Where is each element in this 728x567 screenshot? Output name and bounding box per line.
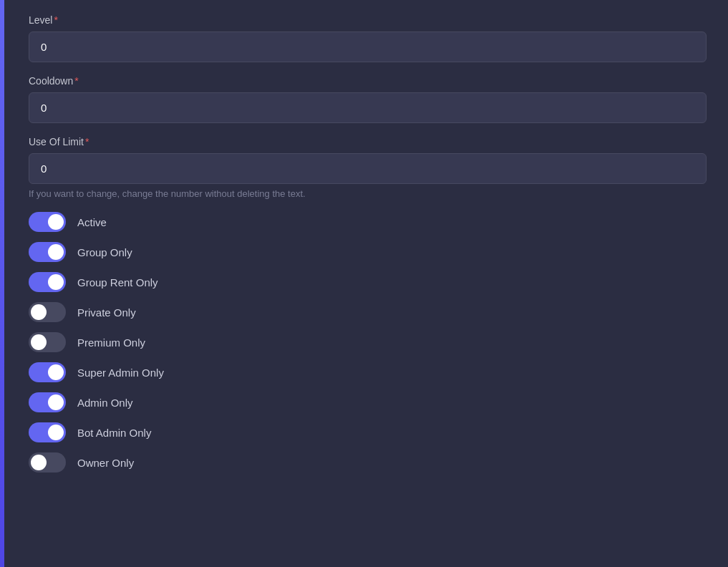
toggle-track-group-rent-only <box>29 272 66 292</box>
toggle-row-bot-admin-only: Bot Admin Only <box>29 422 707 442</box>
use-of-limit-required-star: * <box>85 136 89 147</box>
toggle-track-active <box>29 212 66 232</box>
toggle-row-group-rent-only: Group Rent Only <box>29 272 707 292</box>
use-of-limit-label: Use Of Limit* <box>29 136 707 147</box>
toggle-switch-premium-only[interactable] <box>29 332 66 352</box>
toggle-thumb-premium-only <box>31 334 47 350</box>
toggle-switch-group-only[interactable] <box>29 242 66 262</box>
cooldown-required-star: * <box>74 75 78 87</box>
toggle-row-active: Active <box>29 212 707 232</box>
use-of-limit-input[interactable] <box>29 153 707 184</box>
toggle-track-bot-admin-only <box>29 422 66 442</box>
toggle-label-admin-only: Admin Only <box>77 397 133 409</box>
toggle-switch-group-rent-only[interactable] <box>29 272 66 292</box>
cooldown-label-text: Cooldown <box>29 75 73 87</box>
use-of-limit-hint: If you want to change, change the number… <box>29 188 707 199</box>
level-field-group: Level* <box>29 14 707 62</box>
toggle-label-private-only: Private Only <box>77 306 136 319</box>
toggle-thumb-active <box>48 214 64 230</box>
toggle-label-group-only: Group Only <box>77 246 132 258</box>
toggle-thumb-bot-admin-only <box>48 425 64 440</box>
toggle-thumb-private-only <box>31 304 47 320</box>
toggle-track-super-admin-only <box>29 362 66 382</box>
toggle-track-owner-only <box>29 452 66 472</box>
toggle-label-owner-only: Owner Only <box>77 457 134 469</box>
toggle-track-private-only <box>29 302 66 322</box>
toggle-thumb-owner-only <box>31 455 47 470</box>
toggle-thumb-super-admin-only <box>48 364 64 380</box>
main-content: Level* Cooldown* Use Of Limit* If you wa… <box>0 0 728 497</box>
toggle-track-group-only <box>29 242 66 262</box>
toggle-switch-admin-only[interactable] <box>29 392 66 412</box>
cooldown-input[interactable] <box>29 92 707 123</box>
toggle-thumb-admin-only <box>48 394 64 410</box>
toggle-label-super-admin-only: Super Admin Only <box>77 367 164 379</box>
level-required-star: * <box>54 14 57 26</box>
toggle-label-active: Active <box>77 216 107 228</box>
sidebar-accent <box>0 0 4 567</box>
toggle-row-super-admin-only: Super Admin Only <box>29 362 707 382</box>
toggle-label-premium-only: Premium Only <box>77 336 145 349</box>
toggle-row-premium-only: Premium Only <box>29 332 707 352</box>
use-of-limit-label-text: Use Of Limit <box>29 136 84 147</box>
toggle-row-owner-only: Owner Only <box>29 452 707 472</box>
level-label: Level* <box>29 14 707 26</box>
toggle-thumb-group-rent-only <box>48 274 64 290</box>
toggle-switch-super-admin-only[interactable] <box>29 362 66 382</box>
toggle-switch-active[interactable] <box>29 212 66 232</box>
toggle-thumb-group-only <box>48 244 64 260</box>
toggle-list: ActiveGroup OnlyGroup Rent OnlyPrivate O… <box>29 212 707 472</box>
toggle-switch-bot-admin-only[interactable] <box>29 422 66 442</box>
toggle-row-private-only: Private Only <box>29 302 707 322</box>
toggle-switch-owner-only[interactable] <box>29 452 66 472</box>
use-of-limit-field-group: Use Of Limit* If you want to change, cha… <box>29 136 707 199</box>
toggle-track-premium-only <box>29 332 66 352</box>
toggle-row-group-only: Group Only <box>29 242 707 262</box>
level-label-text: Level <box>29 14 52 26</box>
cooldown-field-group: Cooldown* <box>29 75 707 123</box>
level-input[interactable] <box>29 32 707 62</box>
cooldown-label: Cooldown* <box>29 75 707 87</box>
toggle-switch-private-only[interactable] <box>29 302 66 322</box>
toggle-row-admin-only: Admin Only <box>29 392 707 412</box>
toggle-label-group-rent-only: Group Rent Only <box>77 276 158 289</box>
toggle-label-bot-admin-only: Bot Admin Only <box>77 427 151 439</box>
toggle-track-admin-only <box>29 392 66 412</box>
